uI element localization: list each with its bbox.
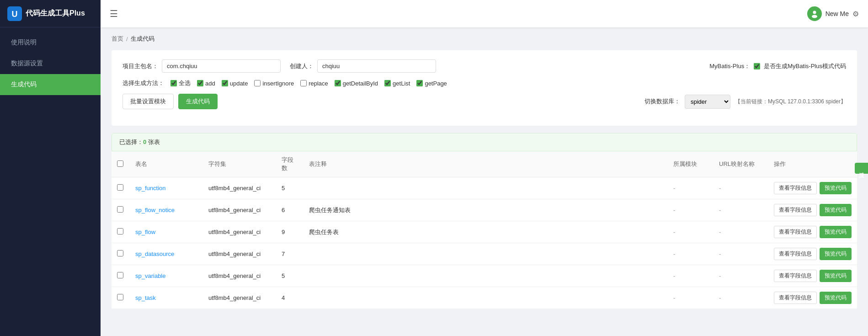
sidebar-item-datasource[interactable]: 数据源设置 [0,53,101,74]
method-replace-checkbox[interactable] [300,80,307,86]
row-checkbox[interactable] [117,250,123,256]
preview-code-button[interactable]: 预览代码 [820,182,852,194]
row-checkbox-cell [112,265,130,287]
table-name-link[interactable]: sp_flow [135,229,155,235]
preview-code-button[interactable]: 预览代码 [820,292,852,304]
sidebar-menu: 使用说明 数据源设置 生成代码 [0,27,101,336]
row-charset: utf8mb4_general_ci [203,177,276,199]
select-all-checkbox[interactable] [117,160,123,167]
form-item-author: 创建人： [290,59,436,73]
breadcrumb-current: 生成代码 [131,35,154,43]
generate-code-button[interactable]: 生成代码 [178,94,218,109]
row-module: - [668,265,714,287]
method-all-checkbox[interactable] [170,80,177,86]
row-url: - [714,243,768,265]
field-info-button[interactable]: 查看字段信息 [774,182,817,194]
row-url: - [714,177,768,199]
col-header-comment: 表注释 [304,151,668,177]
batch-module-button[interactable]: 批量设置模块 [122,94,174,109]
table-name-link[interactable]: sp_task [135,294,156,301]
table-name-link[interactable]: sp_flow_notice [135,207,175,213]
row-checkbox[interactable] [117,184,123,191]
col-header-url: URL映射名称 [714,151,768,177]
method-getpage[interactable]: getPage [416,80,447,87]
field-info-button[interactable]: 查看字段信息 [774,248,817,260]
method-getlist[interactable]: getList [384,80,410,87]
db-select[interactable]: spider test main [685,95,730,109]
table-row: sp_datasource utf8mb4_general_ci 7 - - 查… [112,243,857,265]
menu-toggle-icon[interactable]: ☰ [110,8,118,19]
method-update[interactable]: update [222,80,248,87]
svg-text:U: U [12,10,18,19]
field-info-button[interactable]: 查看字段信息 [774,226,817,238]
method-all[interactable]: 全选 [170,79,191,87]
method-update-checkbox[interactable] [222,80,228,86]
table-name-link[interactable]: sp_datasource [135,251,174,257]
field-info-button[interactable]: 查看字段信息 [774,292,817,304]
table-header-bar: 已选择：0 张表 [112,133,857,151]
row-charset: utf8mb4_general_ci [203,287,276,309]
row-checkbox[interactable] [117,228,123,235]
db-switch-label: 切换数据库： [644,97,680,106]
table-row: sp_variable utf8mb4_general_ci 5 - - 查看字… [112,265,857,287]
row-checkbox[interactable] [117,272,123,278]
preview-code-button[interactable]: 预览代码 [820,270,852,282]
sidebar-item-generate-label: 生成代码 [11,80,37,88]
author-input[interactable] [317,59,436,73]
row-action: 查看字段信息 预览代码 [768,287,857,309]
method-getdetailbyid[interactable]: getDetailById [335,80,378,87]
method-getdetailbyid-checkbox[interactable] [335,80,341,86]
method-insertignore-checkbox[interactable] [254,80,261,86]
col-header-action: 操作 [768,151,857,177]
method-insertignore[interactable]: insertIgnore [254,80,294,87]
row-url: - [714,265,768,287]
preview-code-button[interactable]: 预览代码 [820,226,852,238]
method-getlist-checkbox[interactable] [384,80,391,86]
row-action: 查看字段信息 预览代码 [768,243,857,265]
breadcrumb-home[interactable]: 首页 [112,35,123,43]
method-add[interactable]: add [197,80,215,87]
field-info-button[interactable]: 查看字段信息 [774,270,817,282]
sidebar-item-generate[interactable]: 生成代码 [0,74,101,95]
preview-code-button[interactable]: 预览代码 [820,204,852,216]
table-row: sp_flow_notice utf8mb4_general_ci 6 爬虫任务… [112,199,857,221]
row-module: - [668,287,714,309]
method-getpage-checkbox[interactable] [416,80,423,86]
form-row-1: 项目主包名： 创建人： MyBatis-Plus： 是否生成MyBatis-Pl… [122,59,846,73]
row-checkbox-cell [112,243,130,265]
row-checkbox[interactable] [117,206,123,213]
row-module: - [668,243,714,265]
row-module: - [668,199,714,221]
right-feedback-tab[interactable]: 反馈 [855,163,868,174]
table-name-link[interactable]: sp_function [135,185,166,192]
preview-code-button[interactable]: 预览代码 [820,248,852,260]
method-add-checkbox[interactable] [197,80,203,86]
sidebar-item-datasource-label: 数据源设置 [11,59,43,67]
package-input[interactable] [162,59,281,73]
form-section: 项目主包名： 创建人： MyBatis-Plus： 是否生成MyBatis-Pl… [112,50,857,126]
row-checkbox[interactable] [117,294,123,300]
row-url: - [714,199,768,221]
row-fieldcount: 7 [276,243,304,265]
field-info-button[interactable]: 查看字段信息 [774,204,817,216]
settings-icon[interactable]: ⚙ [852,10,859,18]
methods-row: 选择生成方法： 全选 add update insertIgnore [122,79,846,87]
row-module: - [668,221,714,243]
row-module: - [668,177,714,199]
row-action: 查看字段信息 预览代码 [768,199,857,221]
table-name-link[interactable]: sp_variable [135,272,166,279]
mybatis-checkbox[interactable] [754,63,760,69]
buttons-row: 批量设置模块 生成代码 切换数据库： spider test main 【当前链… [122,94,846,109]
row-url: - [714,287,768,309]
table-body: sp_function utf8mb4_general_ci 5 - - 查看字… [112,177,857,309]
method-replace[interactable]: replace [300,80,328,87]
row-tablename: sp_task [130,287,203,309]
table-row: sp_function utf8mb4_general_ci 5 - - 查看字… [112,177,857,199]
avatar [807,6,822,21]
sidebar-item-usage[interactable]: 使用说明 [0,32,101,53]
row-checkbox-cell [112,177,130,199]
topbar-right: New Me ⚙ [807,6,859,21]
table-section: 已选择：0 张表 表名 字符集 字段数 表注释 所属模块 URL映射名称 操作 [112,133,857,309]
row-fieldcount: 4 [276,287,304,309]
package-label: 项目主包名： [122,62,158,70]
